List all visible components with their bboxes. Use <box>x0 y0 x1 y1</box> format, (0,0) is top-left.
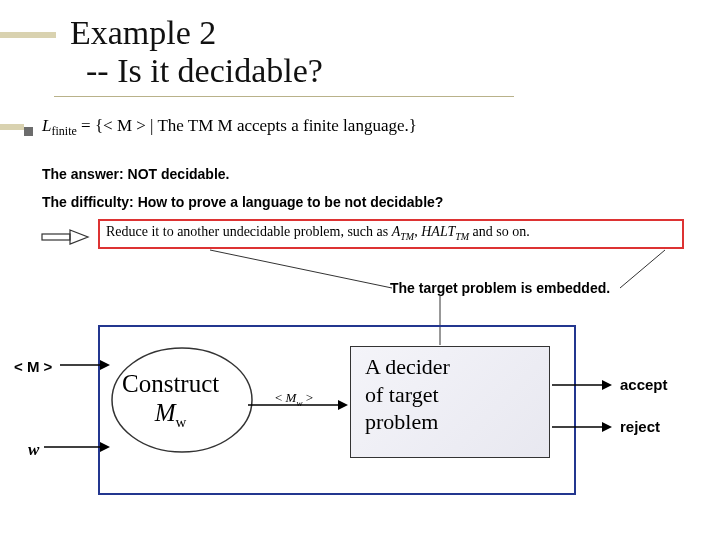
arrow-input-w <box>44 440 110 454</box>
output-reject: reject <box>620 418 660 435</box>
construct-block: Construct Mw <box>122 370 219 431</box>
input-w-label: w <box>28 440 39 460</box>
arrow-input-m <box>60 358 110 372</box>
svg-marker-9 <box>100 442 110 452</box>
arrow-accept <box>552 378 612 392</box>
svg-marker-13 <box>602 380 612 390</box>
decider-l1: A decider <box>365 353 535 381</box>
svg-line-4 <box>620 250 665 288</box>
decider-l3: problem <box>365 408 535 436</box>
svg-line-2 <box>210 250 392 288</box>
svg-marker-11 <box>338 400 348 410</box>
input-M-label: < M > <box>14 358 52 375</box>
decider-l2: of target <box>365 381 535 409</box>
decider-box: A decider of target problem <box>350 346 550 458</box>
construct-Mw: Mw <box>122 399 219 431</box>
output-accept: accept <box>620 376 668 393</box>
arrow-reject <box>552 420 612 434</box>
mid-arrow-label: < Mw > <box>275 390 313 408</box>
svg-marker-15 <box>602 422 612 432</box>
svg-marker-7 <box>100 360 110 370</box>
construct-word: Construct <box>122 370 219 399</box>
